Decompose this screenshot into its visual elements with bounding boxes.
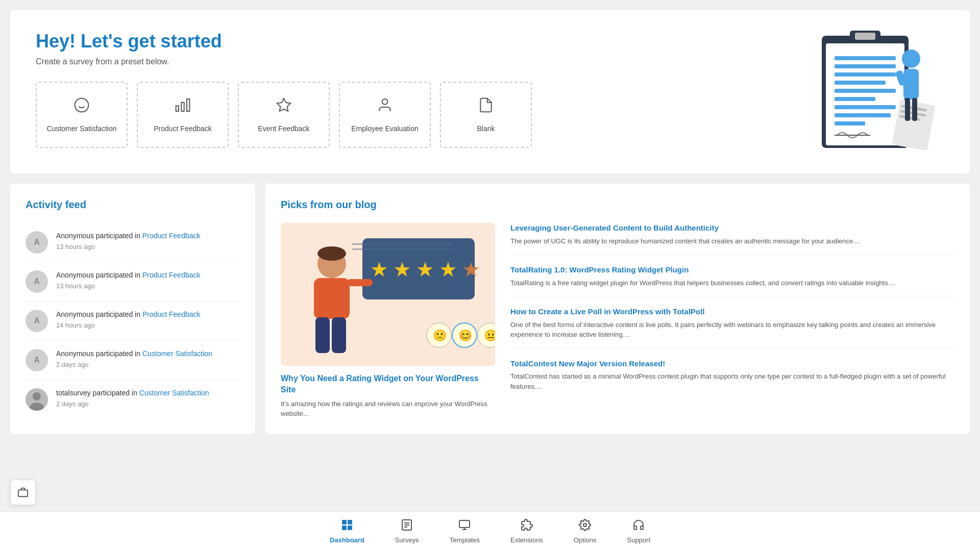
activity-link[interactable]: Product Feedback — [142, 232, 201, 240]
svg-rect-57 — [348, 520, 352, 524]
svg-point-67 — [583, 523, 586, 527]
svg-rect-54 — [352, 248, 454, 250]
blog-panel: Picks from our blog ★ ★ ★ ★ ★ — [265, 184, 970, 434]
svg-rect-5 — [176, 106, 179, 111]
activity-time: 2 days ago — [56, 361, 240, 368]
blog-article-desc: TotalRating is a free rating widget plug… — [510, 278, 954, 288]
svg-rect-28 — [905, 98, 910, 121]
activity-feed-title: Activity feed — [26, 199, 240, 211]
options-icon — [579, 519, 591, 534]
bottom-navigation: Dashboard Surveys Templates — [0, 511, 980, 551]
svg-text:★: ★ — [416, 258, 434, 281]
activity-link[interactable]: Product Feedback — [142, 271, 201, 279]
preset-card-product-feedback[interactable]: Product Feedback — [137, 82, 229, 148]
blank-label: Blank — [477, 124, 495, 133]
activity-link[interactable]: Product Feedback — [142, 310, 201, 318]
activity-time: 14 hours ago — [56, 321, 240, 329]
nav-label-extensions: Extensions — [510, 536, 543, 544]
blank-icon — [478, 97, 494, 117]
blog-article-item: TotalContest New Major Version Released!… — [510, 359, 954, 400]
blog-article-desc: The power of UGC is its ability to repro… — [510, 236, 954, 246]
nav-label-dashboard: Dashboard — [330, 536, 364, 544]
activity-main-text: Anonymous participated in Product Feedba… — [56, 310, 240, 320]
preset-card-event-feedback[interactable]: Event Feedback — [238, 82, 330, 148]
activity-item: A Anonymous participated in Product Feed… — [26, 223, 240, 262]
svg-rect-4 — [181, 103, 184, 111]
svg-rect-44 — [347, 279, 373, 286]
avatar: A — [26, 231, 48, 254]
svg-rect-20 — [835, 121, 865, 126]
dashboard-icon — [341, 519, 353, 534]
activity-text: Anonymous participated in Product Feedba… — [56, 310, 240, 329]
svg-rect-58 — [342, 525, 347, 530]
svg-rect-59 — [348, 525, 352, 530]
activity-time: 13 hours ago — [56, 282, 240, 290]
nav-item-extensions[interactable]: Extensions — [495, 516, 558, 547]
svg-rect-19 — [835, 113, 891, 117]
nav-label-support: Support — [627, 536, 650, 544]
avatar — [26, 388, 48, 411]
activity-text: totalsurvey participated in Customer Sat… — [56, 388, 240, 408]
bottom-row: Activity feed A Anonymous participated i… — [10, 184, 970, 434]
activity-link[interactable]: Customer Satisfaction — [139, 389, 209, 397]
svg-rect-55 — [18, 490, 28, 496]
nav-item-surveys[interactable]: Surveys — [380, 516, 434, 547]
activity-main-text: Anonymous participated in Customer Satis… — [56, 349, 240, 359]
nav-item-support[interactable]: Support — [611, 516, 666, 547]
nav-item-options[interactable]: Options — [558, 516, 612, 547]
activity-text: Anonymous participated in Product Feedba… — [56, 270, 240, 290]
blog-article-item: TotalRating 1.0: WordPress Rating Widget… — [510, 265, 954, 296]
svg-rect-14 — [835, 72, 896, 77]
support-icon — [632, 519, 645, 534]
svg-rect-46 — [332, 317, 346, 353]
nav-item-templates[interactable]: Templates — [434, 516, 495, 547]
svg-point-0 — [75, 98, 89, 112]
nav-item-dashboard[interactable]: Dashboard — [314, 516, 380, 547]
avatar: A — [26, 310, 48, 332]
product-feedback-label: Product Feedback — [154, 124, 212, 133]
extensions-icon — [521, 519, 533, 534]
svg-rect-27 — [903, 69, 919, 99]
svg-rect-45 — [315, 317, 330, 353]
nav-label-surveys: Surveys — [395, 536, 419, 544]
employee-evaluation-label: Employee Evaluation — [351, 124, 419, 133]
blog-articles-list: Leveraging User-Generated Content to Bui… — [510, 223, 954, 419]
svg-rect-53 — [352, 243, 454, 245]
activity-item: A Anonymous participated in Product Feed… — [26, 262, 240, 302]
svg-rect-17 — [835, 97, 875, 101]
svg-rect-15 — [835, 81, 886, 85]
svg-text:★: ★ — [439, 258, 457, 281]
activity-list: A Anonymous participated in Product Feed… — [26, 223, 240, 419]
preset-card-customer-satisfaction[interactable]: Customer Satisfaction — [36, 82, 128, 148]
preset-card-employee-evaluation[interactable]: Employee Evaluation — [339, 82, 431, 148]
blog-article-title[interactable]: TotalRating 1.0: WordPress Rating Widget… — [510, 265, 954, 275]
svg-text:🙁: 🙁 — [433, 329, 447, 342]
svg-marker-6 — [277, 98, 291, 111]
blog-featured-desc: It's amazing how the ratings and reviews… — [281, 399, 495, 419]
svg-text:★: ★ — [462, 258, 480, 281]
blog-article-item: Leveraging User-Generated Content to Bui… — [510, 223, 954, 255]
blog-featured-title[interactable]: Why You Need a Rating Widget on Your Wor… — [281, 373, 495, 396]
blog-article-title[interactable]: How to Create a Live Poll in WordPress w… — [510, 307, 954, 317]
svg-rect-56 — [342, 520, 347, 524]
svg-text:★: ★ — [370, 258, 388, 281]
svg-point-26 — [902, 49, 920, 68]
svg-text:★: ★ — [393, 258, 411, 281]
event-feedback-label: Event Feedback — [258, 124, 309, 133]
svg-rect-12 — [835, 56, 896, 60]
floating-button[interactable] — [10, 480, 36, 505]
blog-article-title[interactable]: Leveraging User-Generated Content to Bui… — [510, 223, 954, 233]
blog-featured-area: ★ ★ ★ ★ ★ — [281, 223, 495, 419]
blog-article-title[interactable]: TotalContest New Major Version Released! — [510, 359, 954, 369]
nav-label-options: Options — [574, 536, 597, 544]
preset-card-blank[interactable]: Blank — [440, 82, 532, 148]
employee-evaluation-icon — [377, 97, 393, 117]
activity-text: Anonymous participated in Customer Satis… — [56, 349, 240, 368]
customer-satisfaction-icon — [74, 97, 90, 117]
activity-link[interactable]: Customer Satisfaction — [142, 349, 212, 358]
svg-rect-43 — [314, 278, 350, 319]
svg-text:😊: 😊 — [458, 329, 473, 342]
blog-title: Picks from our blog — [281, 199, 954, 211]
hero-illustration — [796, 15, 939, 163]
svg-rect-11 — [855, 33, 875, 40]
